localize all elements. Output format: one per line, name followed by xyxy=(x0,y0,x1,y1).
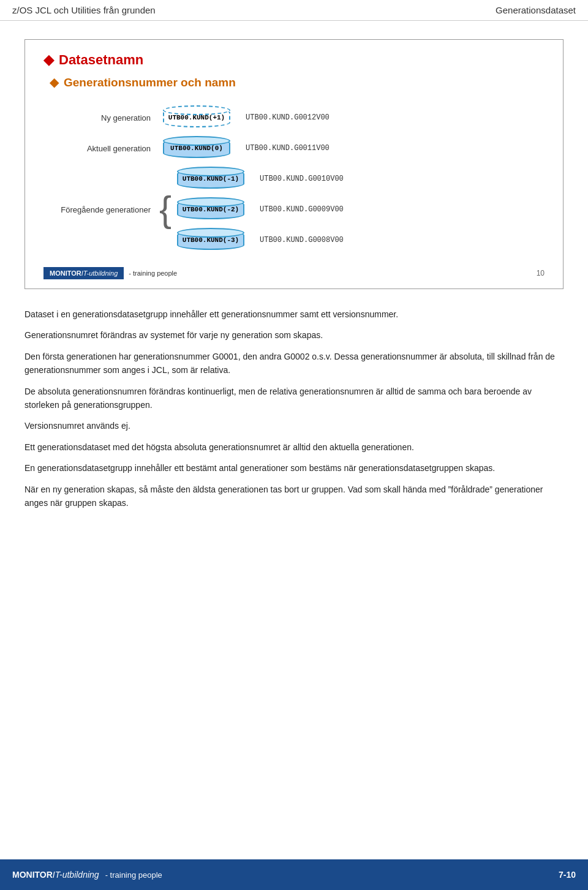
body-para-3: Den första generationen har generationsn… xyxy=(24,350,564,377)
gen-prev3-content: UTB00.KUND(-3) UTB00.KUND.G0008V00 xyxy=(174,230,344,250)
brace-area: Föregående generationer { UTB00.KUND(-1)… xyxy=(56,166,545,253)
body-para-7: En generationsdatasetgrupp innehåller et… xyxy=(24,461,564,475)
generation-diagram: Ny generation UTB00.KUND(+1) UTB00.KUND.… xyxy=(56,105,545,258)
gen-label-new: Ny generation xyxy=(56,113,160,123)
cylinder-prev1-body: UTB00.KUND(-1) xyxy=(177,169,244,189)
brace-rows: UTB00.KUND(-1) UTB00.KUND.G0010V00 UTB00… xyxy=(174,166,344,253)
gen-row-prev2: UTB00.KUND(-2) UTB00.KUND.G0009V00 xyxy=(174,197,344,222)
cylinder-new: UTB00.KUND(+1) xyxy=(160,108,233,127)
footer-badge-monitor: MONITOR xyxy=(12,870,53,880)
diagram-badge-it: IT-utbildning xyxy=(81,270,118,277)
cylinder-current: UTB00.KUND(0) xyxy=(160,138,233,158)
diagram-title: Datasetnamn xyxy=(43,52,545,68)
diagram-badge-monitor: MONITOR xyxy=(50,270,81,277)
cylinder-current-body: UTB00.KUND(0) xyxy=(163,138,230,158)
cylinder-prev3: UTB00.KUND(-3) xyxy=(174,230,247,250)
cylinder-prev2-body: UTB00.KUND(-2) xyxy=(177,200,244,219)
diagram-subtitle: Generationsnummer och namn xyxy=(50,75,545,89)
footer-bar: MONITOR IT-utbildning - training people … xyxy=(0,859,588,890)
main-content: Datasetnamn Generationsnummer och namn N… xyxy=(0,21,588,529)
diagram-box: Datasetnamn Generationsnummer och namn N… xyxy=(24,39,564,289)
body-para-2: Generationsnumret förändras av systemet … xyxy=(24,328,564,342)
fullname-prev3: UTB00.KUND.G0008V00 xyxy=(260,236,344,244)
gen-current-content: UTB00.KUND(0) UTB00.KUND.G0011V00 xyxy=(160,138,330,158)
cylinder-current-label: UTB00.KUND(0) xyxy=(170,145,223,152)
diagram-training-text: - training people xyxy=(129,270,177,277)
gen-label-current: Aktuell generation xyxy=(56,144,160,153)
header-title-right: Generationsdataset xyxy=(496,5,576,15)
gen-prev2-content: UTB00.KUND(-2) UTB00.KUND.G0009V00 xyxy=(174,200,344,219)
gen-row-prev3: UTB00.KUND(-3) UTB00.KUND.G0008V00 xyxy=(174,227,344,253)
gen-new-content: UTB00.KUND(+1) UTB00.KUND.G0012V00 xyxy=(160,108,330,127)
gen-prev1-content: UTB00.KUND(-1) UTB00.KUND.G0010V00 xyxy=(174,169,344,189)
diagram-page-num: 10 xyxy=(537,269,545,277)
body-para-5: Versionsnumret används ej. xyxy=(24,419,564,432)
footer-page-number: 7-10 xyxy=(559,870,576,880)
cylinder-prev1-label: UTB00.KUND(-1) xyxy=(183,175,239,183)
body-para-1: Dataset i en generationsdatasetgrupp inn… xyxy=(24,307,564,321)
cylinder-prev2-label: UTB00.KUND(-2) xyxy=(183,206,239,213)
cylinder-new-label: UTB00.KUND(+1) xyxy=(168,114,225,121)
gen-row-current: Aktuell generation UTB00.KUND(0) UTB00.K… xyxy=(56,135,545,161)
footer-monitor-badge: MONITOR IT-utbildning xyxy=(12,870,99,880)
fullname-prev2: UTB00.KUND.G0009V00 xyxy=(260,205,344,214)
footer-badge-it: IT-utbildning xyxy=(53,870,99,880)
cylinder-prev3-body: UTB00.KUND(-3) xyxy=(177,230,244,250)
body-para-8: När en ny generation skapas, så måste de… xyxy=(24,483,564,510)
cylinder-prev2: UTB00.KUND(-2) xyxy=(174,200,247,219)
gen-row-new: Ny generation UTB00.KUND(+1) UTB00.KUND.… xyxy=(56,105,545,130)
header-title-left: z/OS JCL och Utilities från grunden xyxy=(12,5,156,15)
body-para-6: Ett generationsdataset med det högsta ab… xyxy=(24,440,564,454)
diagram-monitor-badge: MONITOR IT-utbildning xyxy=(43,267,124,279)
body-para-4: De absoluta generationsnumren förändras … xyxy=(24,385,564,412)
diagram-footer-left: MONITOR IT-utbildning - training people xyxy=(43,267,177,279)
fullname-new: UTB00.KUND.G0012V00 xyxy=(246,113,330,122)
brace-symbol: { xyxy=(160,166,171,253)
fullname-current: UTB00.KUND.G0011V00 xyxy=(246,144,330,153)
cylinder-prev1: UTB00.KUND(-1) xyxy=(174,169,247,189)
fullname-prev1: UTB00.KUND.G0010V00 xyxy=(260,175,344,183)
footer-training-text: - training people xyxy=(105,870,162,880)
gen-row-prev1: UTB00.KUND(-1) UTB00.KUND.G0010V00 xyxy=(174,166,344,192)
diagram-footer: MONITOR IT-utbildning - training people … xyxy=(43,267,545,279)
cylinder-prev3-label: UTB00.KUND(-3) xyxy=(183,236,239,244)
brace-label: Föregående generationer xyxy=(56,166,160,253)
page-header: z/OS JCL och Utilities från grunden Gene… xyxy=(0,0,588,21)
cylinder-new-body: UTB00.KUND(+1) xyxy=(163,108,230,127)
footer-left: MONITOR IT-utbildning - training people xyxy=(12,870,162,880)
